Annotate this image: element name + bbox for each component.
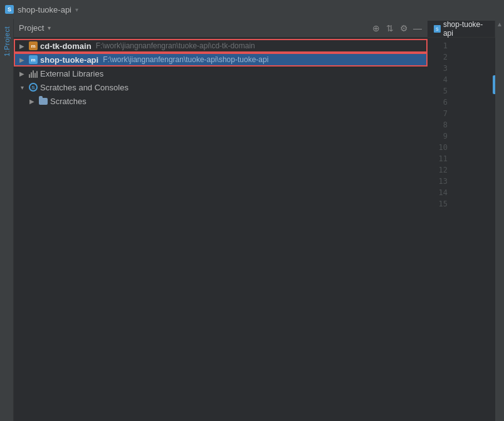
ext-libs-icon — [28, 68, 38, 78]
item-path-shop-tuoke-api: F:\work\jiangnanfengran\tuoke-api\shop-t… — [103, 55, 268, 64]
item-text-scratches: Scratches — [50, 97, 87, 106]
right-scroll-bar: ▲ — [495, 19, 504, 421]
scratches-consoles-icon: S — [28, 82, 38, 92]
editor-content[interactable] — [453, 38, 495, 421]
tree-item-scratches-consoles[interactable]: ▾ S Scratches and Consoles — [14, 80, 428, 94]
line-num-2: 2 — [428, 51, 448, 63]
tree-item-external-libraries[interactable]: ▶ External Libraries — [14, 67, 428, 80]
line-num-11: 11 — [428, 153, 448, 164]
expand-arrow-scratches[interactable]: ▶ — [28, 97, 36, 105]
settings-icon[interactable]: ⚙ — [399, 23, 409, 33]
title-bar: S shop-tuoke-api ▾ — [0, 0, 504, 19]
expand-arrow-scratches-consoles[interactable]: ▾ — [18, 83, 26, 92]
module-icon-shop-tuoke-api: m — [28, 55, 38, 65]
expand-arrow-shop-tuoke-api[interactable]: ▶ — [18, 55, 26, 64]
editor-body: 1 2 3 4 5 6 7 8 9 10 11 12 13 14 15 — [428, 38, 495, 421]
main-area: 1:Project Project ▾ ⊕ ⇅ ⚙ — ▶ m cd-tk-do… — [0, 19, 504, 421]
side-tab-panel: 1:Project — [0, 19, 14, 421]
tree-item-scratches[interactable]: ▶ Scratches — [14, 94, 428, 108]
line-num-10: 10 — [428, 142, 448, 153]
expand-arrow-cd-tk-domain[interactable]: ▶ — [18, 41, 26, 50]
line-num-14: 14 — [428, 187, 448, 198]
item-name-shop-tuoke-api: shop-tuoke-api — [40, 55, 98, 65]
line-numbers: 1 2 3 4 5 6 7 8 9 10 11 12 13 14 15 — [428, 38, 453, 421]
editor-panel: S shop-tuoke-api 1 2 3 4 5 6 7 8 9 10 11… — [428, 19, 495, 421]
module-icon-cd-tk-domain: m — [28, 41, 38, 51]
line-num-6: 6 — [428, 97, 448, 108]
line-num-12: 12 — [428, 164, 448, 176]
item-text-external-libraries: External Libraries — [40, 69, 103, 78]
line-num-9: 9 — [428, 131, 448, 142]
project-panel: Project ▾ ⊕ ⇅ ⚙ — ▶ m cd-tk-domain F:\wo… — [14, 19, 428, 421]
panel-toolbar: Project ▾ ⊕ ⇅ ⚙ — — [14, 19, 428, 38]
right-accent-bar — [493, 75, 495, 94]
line-num-1: 1 — [428, 40, 448, 51]
line-num-15: 15 — [428, 198, 448, 210]
collapse-icon[interactable]: ⇅ — [385, 23, 395, 33]
editor-tab-shop-tuoke-api[interactable]: S shop-tuoke-api — [428, 21, 495, 37]
panel-dropdown-arrow[interactable]: ▾ — [48, 24, 51, 31]
line-num-3: 3 — [428, 63, 448, 74]
app-icon: S — [5, 5, 14, 14]
scope-icon[interactable]: ⊕ — [371, 23, 381, 33]
line-num-5: 5 — [428, 85, 448, 97]
panel-title: Project — [19, 23, 44, 33]
sidebar-item-project[interactable]: 1:Project — [3, 21, 11, 61]
title-dropdown-arrow[interactable]: ▾ — [75, 6, 78, 13]
line-num-13: 13 — [428, 176, 448, 187]
item-path-cd-tk-domain: F:\work\jiangnanfengran\tuoke-api\cd-tk-… — [96, 41, 255, 50]
tree-item-cd-tk-domain[interactable]: ▶ m cd-tk-domain F:\work\jiangnanfengran… — [14, 39, 428, 53]
scroll-up-arrow[interactable]: ▲ — [495, 19, 504, 29]
project-tree: ▶ m cd-tk-domain F:\work\jiangnanfengran… — [14, 38, 428, 421]
editor-tab-bar: S shop-tuoke-api — [428, 19, 495, 38]
line-num-4: 4 — [428, 74, 448, 85]
line-num-8: 8 — [428, 119, 448, 131]
item-name-cd-tk-domain: cd-tk-domain — [40, 41, 92, 51]
tree-item-shop-tuoke-api[interactable]: ▶ m shop-tuoke-api F:\work\jiangnanfengr… — [14, 53, 428, 67]
minimize-icon[interactable]: — — [412, 23, 423, 33]
item-text-scratches-consoles: Scratches and Consoles — [40, 83, 129, 92]
expand-arrow-external-libraries[interactable]: ▶ — [18, 69, 26, 78]
window-title: shop-tuoke-api — [18, 5, 71, 14]
tab-label: shop-tuoke-api — [443, 20, 488, 38]
folder-icon-scratches — [38, 96, 48, 106]
line-num-7: 7 — [428, 108, 448, 119]
tab-icon: S — [434, 25, 441, 33]
